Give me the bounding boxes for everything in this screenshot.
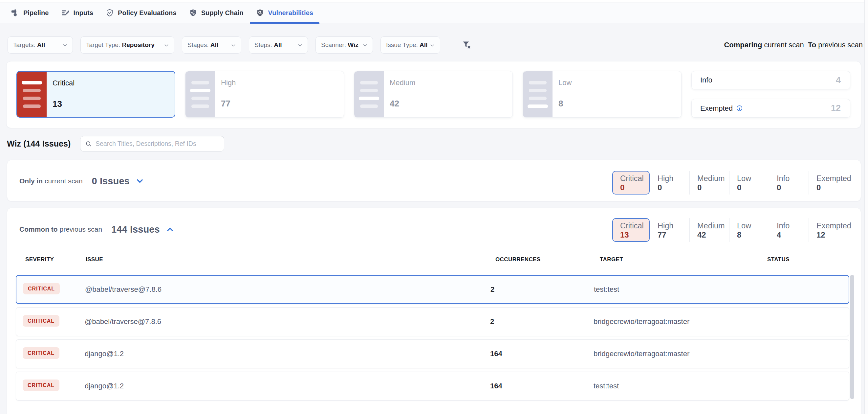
filter-label: Target Type: [86,41,122,49]
inputs-icon [61,9,69,17]
chip-label: Exempted [816,222,848,230]
issue-cell: django@1.2 [85,340,124,368]
severity-bar [528,105,548,108]
chip-critical[interactable]: Critical13 [612,218,650,242]
comparing-label: Comparing current scan To previous scan [724,36,863,54]
issue-row[interactable]: CRITICAL@babel/traverse@7.8.62bridgecrew… [16,307,849,336]
scanner-title: Wiz (144 Issues) [7,139,71,149]
column-header-status: STATUS [767,256,789,263]
tab-pipeline[interactable]: Pipeline [5,3,55,23]
chip-critical[interactable]: Critical0 [612,171,650,195]
chip-low: Low8 [729,218,769,242]
chip-count: 42 [697,231,729,239]
comparing-bold: Comparing [724,41,762,49]
info-icon [736,105,743,111]
chevron-up-bold-icon[interactable] [165,225,175,234]
section-title: Common to previous scan [19,226,102,233]
section-header: Common to previous scan144 Issues [19,221,175,238]
chip-count: 12 [816,231,848,239]
severity-summary-panel: Critical13High77Medium42Low8 Info4Exempt… [6,61,861,128]
filter-label: Steps: [254,41,274,49]
target-cell: bridgecrewio/terragoat:master [594,340,689,368]
severity-card-label: Critical [53,79,74,87]
chip-low: Low0 [729,171,769,195]
issue-cell: @babel/traverse@7.8.6 [85,307,161,336]
tab-bar: PipelineInputsPolicy EvaluationsSupply C… [0,3,868,23]
tab-supply-chain[interactable]: Supply Chain [183,3,250,23]
filter-label: Stages: [187,41,211,49]
chevron-down-icon [297,42,303,48]
only-in-current-scan-panel: Only in current scan0 IssuesCritical0Hig… [7,160,861,201]
chip-count: 0 [777,183,809,192]
chip-label: Info [777,175,809,183]
issue-row[interactable]: CRITICALdjango@1.2164test:test [16,372,849,401]
severity-card-critical[interactable]: Critical13 [17,71,175,118]
issue-cell: @babel/traverse@7.8.6 [85,276,161,303]
severity-level-icon [354,71,384,117]
issue-row[interactable]: CRITICAL@babel/traverse@7.8.62test:test [16,275,849,304]
filter-issue-type[interactable]: Issue Type: All [380,36,440,54]
filter-target-type[interactable]: Target Type: Repository [81,36,174,54]
issue-rows: CRITICAL@babel/traverse@7.8.62test:testC… [16,275,849,401]
chevron-down-icon [362,42,368,48]
policy-evaluations-icon [106,9,114,17]
column-header-occurrences: OCCURRENCES [495,256,541,263]
side-card-exempted[interactable]: Exempted12 [691,99,850,118]
chip-selected-box[interactable]: Critical0 [612,171,650,195]
chip-label: High [657,175,689,183]
chip-count: 13 [620,231,649,239]
severity-level-icon [17,71,46,117]
chip-exempted: Exempted12 [809,218,848,242]
severity-card-low[interactable]: Low8 [523,71,682,118]
filter-scanner[interactable]: Scanner: Wiz [315,36,373,54]
target-cell: test:test [594,372,619,400]
filter-targets[interactable]: Targets: All [7,36,73,54]
vulnerabilities-page: PipelineInputsPolicy EvaluationsSupply C… [0,0,868,414]
section-header: Only in current scan0 Issues [19,173,145,189]
active-tab-underline [250,22,319,24]
severity-card-medium[interactable]: Medium42 [354,71,513,118]
severity-bar [360,81,378,84]
severity-card-count: 77 [221,99,236,108]
occurrences-cell: 164 [490,340,502,368]
section-title-rest: current scan [43,177,83,185]
filter-stages[interactable]: Stages: All [182,36,241,54]
chip-selected-box[interactable]: Critical13 [612,218,650,242]
side-cards: Info4Exempted12 [691,71,850,128]
issue-row[interactable]: CRITICALdjango@1.2164bridgecrewio/terrag… [16,339,849,368]
section-title-rest: previous scan [58,226,102,233]
severity-cell: CRITICAL [23,276,60,303]
severity-bar [529,89,547,92]
chip-high: High0 [650,171,689,195]
column-header-target: TARGET [600,256,623,263]
filter-clear-icon[interactable] [462,40,471,50]
scanner-row: Wiz (144 Issues) [7,136,71,151]
tab-vulnerabilities[interactable]: Vulnerabilities [250,3,319,23]
section-issue-count[interactable]: 0 Issues [92,176,130,187]
side-card-count: 12 [831,103,841,113]
severity-badge: CRITICAL [23,380,59,391]
search-input[interactable] [96,140,219,148]
search-icon [85,141,92,147]
side-card-info[interactable]: Info4 [691,71,850,89]
chevron-down-bold-icon[interactable] [135,176,145,186]
severity-bar [360,89,378,92]
chip-medium: Medium42 [689,218,729,242]
severity-bar [359,97,379,100]
target-cell: bridgecrewio/terragoat:master [594,307,689,336]
filter-steps[interactable]: Steps: All [249,36,308,54]
occurrences-cell: 164 [490,372,502,400]
tab-policy-evaluations[interactable]: Policy Evaluations [99,3,183,23]
severity-bar [23,97,41,100]
section-title-bold: Only in [19,177,43,185]
list-scrollbar[interactable] [850,275,854,399]
section-issue-count[interactable]: 144 Issues [111,224,160,235]
tab-label: Supply Chain [201,9,244,17]
severity-card-high[interactable]: High77 [185,71,344,118]
tab-inputs[interactable]: Inputs [55,3,100,23]
severity-level-icon [523,71,553,117]
column-header-issue: ISSUE [86,256,103,263]
comparing-text2: previous scan [816,41,863,49]
filter-value: All [274,41,282,49]
severity-card-body: High77 [215,71,236,117]
